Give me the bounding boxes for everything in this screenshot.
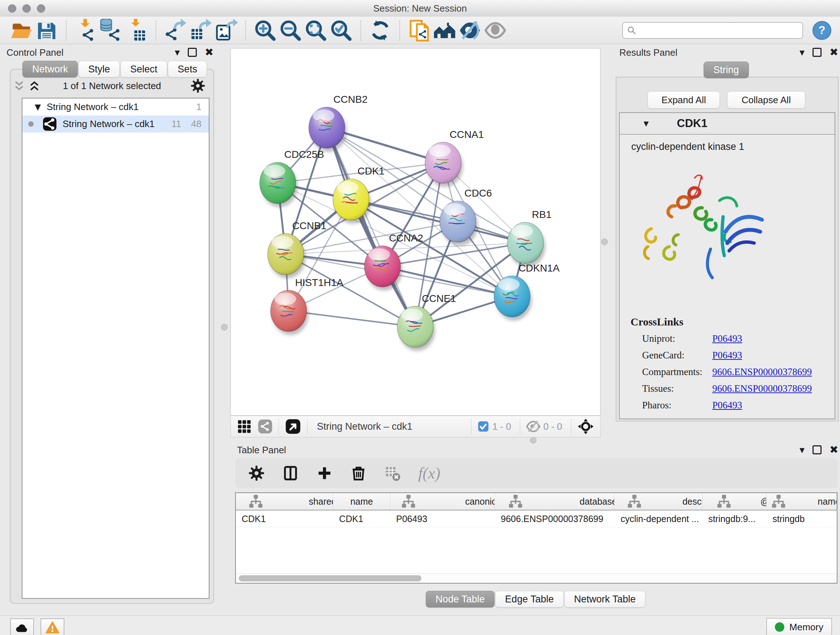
tab-style[interactable]: Style: [79, 61, 120, 78]
zoom-out-button[interactable]: [279, 19, 302, 42]
cloud-status-button[interactable]: [10, 618, 34, 635]
horizontal-splitter-handle[interactable]: [530, 437, 537, 443]
network-node-CDC6[interactable]: CDC6: [440, 187, 492, 246]
network-node-RB1[interactable]: RB1: [507, 209, 551, 267]
network-node-CCNB2[interactable]: CCNB2: [309, 94, 368, 152]
network-node-CCNA1[interactable]: CCNA1: [425, 129, 484, 187]
table-settings-gear-icon[interactable]: [248, 465, 265, 481]
gene-description: cyclin-dependent kinase 1: [631, 141, 744, 152]
tab-network[interactable]: Network: [22, 61, 78, 78]
tab-sets[interactable]: Sets: [168, 61, 207, 78]
refresh-view-button[interactable]: [369, 19, 392, 42]
delete-columns-trash-icon[interactable]: [350, 465, 367, 481]
column-header-canonical-name[interactable]: canonical name: [390, 493, 495, 510]
maximize-panel-icon[interactable]: [813, 445, 821, 454]
import-table-file-button[interactable]: [125, 19, 148, 42]
table-row[interactable]: CDK1CDK1P064939606.ENSP00000378699cyclin…: [236, 510, 837, 527]
tab-node-table[interactable]: Node Table: [426, 591, 494, 608]
crosslink-link[interactable]: 9606.ENSP00000378699: [712, 383, 812, 394]
crosslink-label: Uniprot:: [642, 333, 676, 344]
clone-network-button[interactable]: [408, 19, 431, 42]
fit-content-crosshair-icon[interactable]: [577, 418, 594, 435]
crosslink-link[interactable]: P06493: [712, 350, 742, 361]
zoom-fit-button[interactable]: [304, 19, 327, 42]
zoom-in-button[interactable]: [254, 19, 277, 42]
float-panel-icon[interactable]: ▾: [799, 445, 805, 455]
column-header-namespac[interactable]: namespac: [767, 493, 837, 510]
export-table-button[interactable]: [189, 19, 212, 42]
results-panel-title: Results Panel: [619, 47, 677, 58]
column-header-description[interactable]: description: [615, 493, 702, 510]
import-network-file-button[interactable]: [74, 19, 97, 42]
network-row[interactable]: String Network – cdk1 11 48: [22, 116, 209, 133]
maximize-panel-icon[interactable]: [813, 48, 821, 57]
memory-button[interactable]: Memory: [766, 618, 832, 635]
network-collection-row[interactable]: ▼ String Network – cdk1 1: [22, 98, 209, 116]
export-image-button[interactable]: [215, 19, 238, 42]
function-builder-icon: f(x): [418, 464, 440, 483]
show-graphics-details-button[interactable]: [484, 19, 507, 42]
network-canvas[interactable]: CCNB2 CCNA1 CDC25B CDK1 CDC6: [231, 48, 600, 416]
collapse-collection-icon[interactable]: ▼: [35, 103, 41, 111]
close-panel-icon[interactable]: ✖: [205, 47, 213, 57]
open-session-button[interactable]: [10, 19, 33, 42]
network-node-CDKN1A[interactable]: CDKN1A: [494, 263, 560, 321]
close-panel-icon[interactable]: ✖: [829, 445, 838, 455]
hide-selected-button[interactable]: [458, 19, 482, 42]
crosslink-link[interactable]: 9606.ENSP00000378699: [712, 366, 812, 378]
table-cell[interactable]: stringdb:9...: [703, 510, 767, 527]
collapse-all-button[interactable]: Collapse All: [727, 91, 805, 109]
network-options-gear-icon[interactable]: [190, 78, 205, 93]
column-header-name[interactable]: name: [333, 493, 390, 510]
table-cell[interactable]: CDK1: [236, 510, 333, 527]
zoom-selected-button[interactable]: [330, 19, 353, 42]
table-horizontal-scrollbar[interactable]: [236, 573, 837, 583]
hidden-eye-slash-icon[interactable]: [526, 419, 540, 434]
table-cell[interactable]: P06493: [390, 510, 495, 527]
toolbar-separator: [66, 20, 66, 41]
manage-views-grid-icon[interactable]: [237, 419, 252, 434]
float-panel-icon[interactable]: ▾: [175, 48, 180, 57]
table-cell[interactable]: stringdb: [767, 510, 837, 527]
node-table[interactable]: shared name name canonical name database…: [235, 492, 837, 584]
cdk1-section-header[interactable]: ▾ CDK1: [620, 113, 835, 135]
selected-checkbox-icon[interactable]: [477, 420, 489, 432]
column-header--id[interactable]: @id: [703, 493, 767, 510]
network-graph[interactable]: CCNB2 CCNA1 CDC25B CDK1 CDC6: [231, 49, 600, 415]
tab-edge-table[interactable]: Edge Table: [495, 591, 564, 608]
float-panel-icon[interactable]: ▾: [799, 48, 805, 57]
tab-string[interactable]: String: [704, 62, 749, 78]
tab-select[interactable]: Select: [120, 61, 167, 78]
network-node-CCNE1[interactable]: CCNE1: [397, 293, 456, 351]
crosslink-link[interactable]: P06493: [712, 333, 742, 344]
scrollbar-thumb[interactable]: [239, 575, 422, 581]
birdseye-view-toggle-icon[interactable]: [285, 418, 302, 435]
column-header-database-identifier[interactable]: database identifier: [495, 493, 615, 510]
network-node-HIST1H1A[interactable]: HIST1H1A: [271, 277, 344, 335]
node-label-CDC6: CDC6: [464, 187, 492, 199]
node-label-CCNB2: CCNB2: [333, 94, 368, 105]
search-input[interactable]: [622, 22, 803, 39]
tab-network-table[interactable]: Network Table: [564, 591, 646, 608]
table-cell[interactable]: CDK1: [333, 510, 390, 527]
column-header-shared-name[interactable]: shared name: [236, 493, 333, 510]
create-column-plus-icon[interactable]: [316, 465, 333, 481]
left-splitter-handle[interactable]: [221, 324, 227, 331]
network-node-CCNB1[interactable]: CCNB1: [268, 220, 327, 279]
table-cell[interactable]: 9606.ENSP00000378699: [495, 510, 615, 527]
show-columns-icon[interactable]: [282, 465, 299, 481]
close-panel-icon[interactable]: ✖: [829, 47, 838, 57]
maximize-panel-icon[interactable]: [188, 48, 197, 57]
table-cell[interactable]: cyclin-dependent ...: [615, 510, 702, 527]
expand-all-button[interactable]: Expand All: [647, 91, 720, 109]
delete-table-icon: [384, 465, 401, 481]
task-warning-button[interactable]: [41, 618, 65, 635]
collapse-section-icon[interactable]: ▾: [644, 119, 649, 128]
right-splitter-handle[interactable]: [601, 239, 608, 245]
help-button[interactable]: ?: [813, 21, 831, 40]
import-network-database-button[interactable]: [99, 19, 123, 42]
crosslink-link[interactable]: P06493: [712, 400, 742, 411]
export-network-button[interactable]: [164, 19, 187, 42]
first-neighbors-button[interactable]: [433, 19, 456, 42]
save-session-button[interactable]: [35, 19, 58, 42]
